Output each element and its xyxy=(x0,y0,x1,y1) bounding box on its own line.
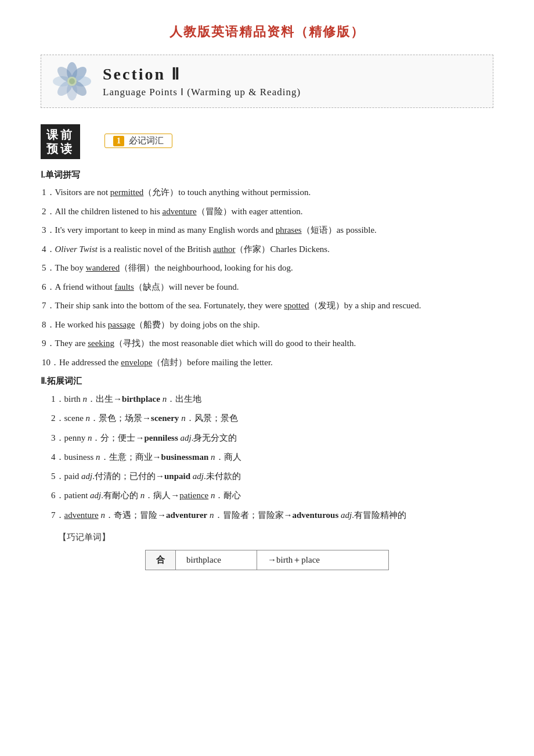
section2-title: Ⅱ.拓展词汇 xyxy=(41,376,493,387)
list-item: 7．Their ship sank into the bottom of the… xyxy=(41,298,493,314)
list-item: 10．He addressed the envelope（信封）before m… xyxy=(41,355,493,370)
list-item: 4．Oliver Twist is a realistic novel of t… xyxy=(41,242,493,257)
expand-item: 2．scene n．景色；场景→scenery n．风景；景色 xyxy=(51,411,493,426)
page-title: 人教版英语精品资料（精修版） xyxy=(41,23,493,41)
banner-section-title: Section Ⅱ xyxy=(103,64,301,84)
list-item: 8．He worked his passage（船费）by doing jobs… xyxy=(41,318,493,333)
list-item: 1．Visitors are not permitted（允许）to touch… xyxy=(41,185,493,200)
section1-title: Ⅰ.单词拼写 xyxy=(41,170,493,181)
expand-item: 1．birth n．出生→birthplace n．出生地 xyxy=(51,391,493,406)
vocab-badge: 1 必记词汇 xyxy=(104,134,172,148)
table-row: 合 birthplace →birth＋place xyxy=(146,550,389,570)
expand-item: 3．penny n．分；便士→penniless adj.身无分文的 xyxy=(51,430,493,445)
flower-icon xyxy=(52,61,92,102)
banner-text-block: Section Ⅱ Language Points Ⅰ (Warming up … xyxy=(103,64,301,98)
prereading-label: 课前预读 xyxy=(41,124,80,159)
badge-text: 必记词汇 xyxy=(129,135,164,146)
expand-item: 6．patient adj.有耐心的 n．病人→patience n．耐心 xyxy=(51,488,493,503)
badge-num: 1 xyxy=(113,136,124,146)
list-item: 9．They are seeking（寻找）the most reasonabl… xyxy=(41,336,493,351)
section-banner: Section Ⅱ Language Points Ⅰ (Warming up … xyxy=(41,55,493,108)
svg-point-9 xyxy=(69,78,75,84)
expand-item: 4．business n．生意；商业→businessman n．商人 xyxy=(51,449,493,465)
banner-subtitle: Language Points Ⅰ (Warming up & Reading) xyxy=(103,86,301,98)
list-item: 5．The boy wandered（徘徊）the neighbourhood,… xyxy=(41,261,493,276)
table-cell-word: birthplace xyxy=(176,550,257,570)
list-item: 3．It's very important to keep in mind as… xyxy=(41,223,493,238)
list-item: 2．All the children listened to his adven… xyxy=(41,204,493,219)
table-cell-decomp: →birth＋place xyxy=(257,550,389,570)
list-item: 6．A friend without faults（缺点）will never … xyxy=(41,280,493,295)
expand-item: 7．adventure n．奇遇；冒险→adventurer n．冒险者；冒险家… xyxy=(51,507,493,523)
word-table: 合 birthplace →birth＋place xyxy=(145,550,389,570)
clever-note: 【巧记单词】 xyxy=(58,532,493,543)
prereading-block: 课前预读 1 必记词汇 xyxy=(41,124,493,159)
section1-list: 1．Visitors are not permitted（允许）to touch… xyxy=(41,185,493,370)
expand-item: 5．paid adj.付清的；已付的→unpaid adj.未付款的 xyxy=(51,469,493,484)
table-cell-label: 合 xyxy=(146,550,176,570)
